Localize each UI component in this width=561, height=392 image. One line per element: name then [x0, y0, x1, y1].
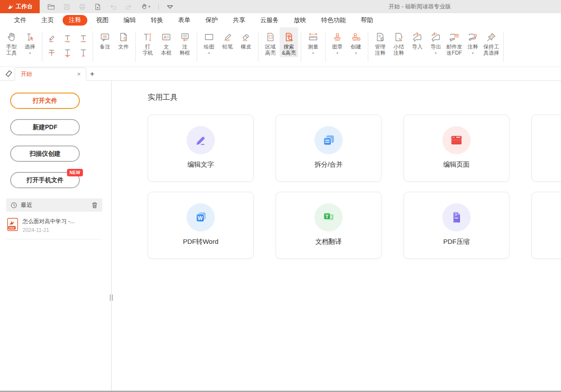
area-highlight-button[interactable]: 区域 高亮 [261, 27, 280, 57]
create-stamp-caret-icon: ▾ [355, 52, 357, 55]
workspace-button[interactable]: 工作台 [0, 0, 40, 13]
select-tool-label: 选择 [25, 44, 35, 50]
ribbon-group-tools: 手型 工具 选择 ▾ [1, 27, 41, 67]
menu-item-edit[interactable]: 编辑 [117, 15, 142, 26]
tab-bar-eraser-icon[interactable] [4, 69, 14, 78]
menu-bar: 文件 主页 注释 视图 编辑 转换 表单 保护 共享 云服务 放映 特色功能 帮… [0, 13, 561, 27]
menu-item-home[interactable]: 主页 [35, 15, 60, 26]
tool-card-label: 编辑文字 [187, 161, 214, 169]
menu-item-convert[interactable]: 转换 [145, 15, 169, 26]
ribbon-divider [42, 32, 42, 62]
keep-tool-selected-button[interactable]: 保持工 具选择 [482, 27, 501, 57]
recent-file-meta: 怎么面对高中学习 -... 2024-11-21 [22, 218, 75, 233]
ribbon-divider [301, 32, 301, 62]
menu-item-view[interactable]: 视图 [90, 15, 115, 26]
menu-item-help[interactable]: 帮助 [355, 15, 379, 26]
new-document-icon[interactable] [93, 2, 102, 11]
quick-access-toolbar: ▾ [47, 2, 174, 11]
ribbon-divider [503, 32, 504, 62]
text-box-button[interactable]: 文 本框 [157, 27, 176, 57]
open-folder-icon[interactable] [47, 2, 56, 11]
callout-icon [179, 31, 191, 43]
document-tab-start[interactable]: 开始 × [15, 67, 86, 81]
document-tab-label: 开始 [21, 70, 76, 78]
menu-item-share[interactable]: 共享 [227, 15, 251, 26]
tool-card-label: 编辑页面 [443, 161, 470, 169]
manage-comments-icon [374, 31, 386, 43]
create-stamp-button[interactable]: 创建 ▾ [347, 27, 365, 56]
pencil-icon [222, 31, 233, 43]
new-pdf-button[interactable]: 新建PDF [10, 119, 80, 135]
strikeout-text-icon[interactable] [46, 47, 57, 58]
new-tab-button[interactable]: + [90, 70, 94, 78]
pencil-label: 铅笔 [222, 44, 233, 50]
tool-card-document-translate[interactable]: T 文档翻译 [276, 192, 381, 259]
summary-comments-button[interactable]: 小结 注释 [389, 27, 408, 57]
redo-icon[interactable] [124, 2, 133, 11]
keep-tool-selected-label: 保持工 具选择 [483, 44, 499, 56]
hand-pointer-caret: ▾ [148, 4, 150, 9]
menu-item-protect[interactable]: 保护 [199, 15, 224, 26]
manage-comments-button[interactable]: 管理 注释 [371, 27, 389, 57]
recent-file-item[interactable]: PDF 怎么面对高中学习 -... 2024-11-21 [7, 218, 111, 233]
tool-card-split-merge[interactable]: 拆分/合并 [276, 115, 381, 182]
email-fdf-button[interactable]: 邮件发 送FDF [445, 27, 464, 57]
menu-item-features[interactable]: 特色功能 [315, 15, 352, 26]
callout-button[interactable]: 注 释框 [176, 27, 194, 57]
open-file-button[interactable]: 打开文件 [10, 93, 80, 109]
tool-card-edit-pages[interactable]: 编辑页面 [404, 115, 509, 182]
start-page-sidebar: 打开文件 新建PDF 扫描仪创建 打开手机文件 NEW 最近 [0, 81, 112, 392]
search-highlight-button[interactable]: 搜索 &高亮 [280, 27, 298, 57]
import-comments-button[interactable]: 导入 [408, 27, 426, 52]
measure-label: 测量 [308, 44, 318, 50]
create-stamp-icon [350, 31, 362, 43]
export-comments-button[interactable]: 导出 ▾ [426, 27, 445, 56]
open-file-label: 打开文件 [33, 97, 57, 105]
menu-item-comment[interactable]: 注释 [63, 15, 87, 26]
scanner-create-button[interactable]: 扫描仪创建 [10, 146, 80, 162]
eraser-button[interactable]: 橡皮 [237, 27, 255, 52]
section-title: 实用工具 [148, 92, 178, 102]
save-icon[interactable] [62, 2, 71, 11]
new-badge: NEW [67, 169, 83, 176]
underline-text-icon[interactable] [78, 33, 89, 44]
foxit-logo [7, 4, 14, 10]
tool-card-partial[interactable] [531, 115, 561, 182]
tab-close-icon[interactable]: × [76, 71, 82, 78]
comments-menu-button[interactable]: 注释 ▾ [464, 27, 482, 56]
start-page-main: 实用工具 编辑文字 [112, 81, 561, 392]
menu-item-present[interactable]: 放映 [288, 15, 312, 26]
sidebar-splitter-handle[interactable] [110, 295, 113, 301]
stamp-button[interactable]: 图章 ▾ [328, 27, 347, 56]
undo-icon[interactable] [108, 2, 117, 11]
insert-text-icon[interactable] [78, 47, 89, 58]
clear-recent-trash-icon[interactable] [91, 202, 98, 209]
squiggly-underline-icon[interactable] [62, 33, 73, 44]
replace-text-icon[interactable] [62, 47, 73, 58]
pencil-button[interactable]: 铅笔 [218, 27, 237, 52]
menu-item-file[interactable]: 文件 [8, 15, 33, 26]
print-icon[interactable] [78, 2, 86, 11]
typewriter-button[interactable]: 打 字机 [138, 27, 157, 57]
text-box-label: 文 本框 [161, 44, 172, 56]
menu-item-cloud[interactable]: 云服务 [254, 15, 285, 26]
tool-card-pdf-compress[interactable]: PDF PDF压缩 [404, 192, 509, 259]
split-merge-icon [314, 126, 343, 154]
tool-card-edit-text[interactable]: 编辑文字 [148, 115, 254, 182]
file-attachment-button[interactable]: 文件 [114, 27, 133, 52]
tool-card-partial[interactable] [531, 192, 561, 259]
note-button[interactable]: 备注 [96, 27, 114, 52]
select-tool-button[interactable]: 选择 ▾ [21, 27, 39, 56]
collapse-toolbar-icon[interactable] [165, 2, 174, 11]
export-caret-icon: ▾ [435, 52, 437, 55]
measure-button[interactable]: 测量 ▾ [304, 27, 322, 56]
highlight-text-icon[interactable] [46, 33, 57, 44]
tool-card-pdf-to-word[interactable]: W PDF转Word [148, 192, 254, 259]
open-mobile-file-button[interactable]: 打开手机文件 NEW [10, 172, 80, 188]
hand-pointer-icon[interactable]: ▾ [139, 2, 152, 11]
menu-item-form[interactable]: 表单 [172, 15, 197, 26]
ribbon-group-typing: 打 字机 文 本框 注 释框 [137, 27, 195, 67]
hand-tool-button[interactable]: 手型 工具 [2, 27, 21, 57]
drawing-button[interactable]: 绘图 ▾ [200, 27, 218, 56]
ribbon-group-text-markup [44, 31, 91, 67]
